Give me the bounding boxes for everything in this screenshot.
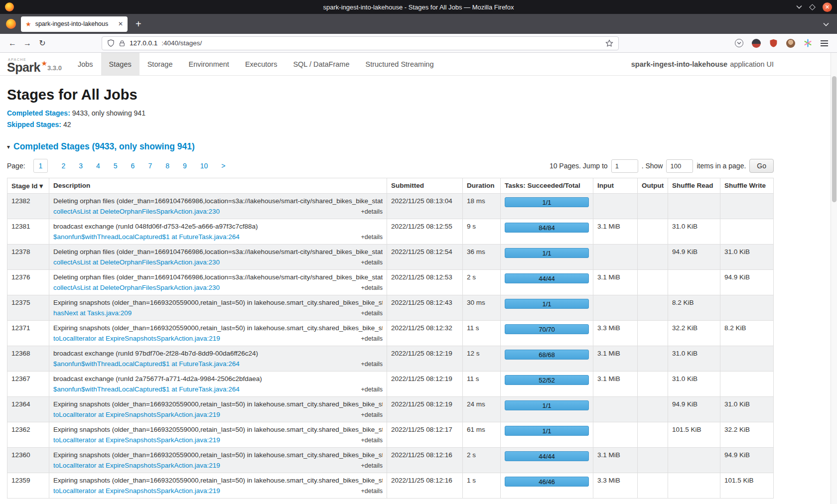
stage-link[interactable]: collectAsList at DeleteOrphanFilesSparkA… xyxy=(53,258,220,266)
window-close-button[interactable]: ✕ xyxy=(823,2,832,12)
shuffle-read-cell: 94.9 KiB xyxy=(668,245,720,270)
details-toggle[interactable]: +details xyxy=(361,284,383,291)
submitted-cell: 2022/11/25 08:12:19 xyxy=(387,397,463,422)
completed-stages-link[interactable]: Completed Stages: xyxy=(7,109,70,117)
shuffle-write-cell: 32.2 KiB xyxy=(720,422,774,448)
details-toggle[interactable]: +details xyxy=(361,437,383,444)
tasks-cell: 1/1 xyxy=(501,194,593,219)
details-toggle[interactable]: +details xyxy=(361,361,383,368)
window-minimize-icon[interactable] xyxy=(796,5,802,9)
details-toggle[interactable]: +details xyxy=(361,310,383,317)
stage-link[interactable]: toLocalIterator at ExpireSnapshotsSparkA… xyxy=(53,462,220,469)
items-text: items in a page. xyxy=(697,162,746,170)
column-header[interactable]: Duration xyxy=(463,178,501,194)
browser-tab[interactable]: ★ spark-ingest-into-lakehous ✕ xyxy=(21,16,128,32)
column-header[interactable]: Input xyxy=(593,178,638,194)
page-link[interactable]: 8 xyxy=(165,162,169,170)
details-toggle[interactable]: +details xyxy=(361,259,383,266)
forward-icon[interactable]: → xyxy=(20,39,35,48)
stage-link[interactable]: $anonfun$withThreadLocalCaptured$1 at Fu… xyxy=(53,233,240,241)
bookmark-star-icon[interactable] xyxy=(605,39,613,47)
page-link[interactable]: 7 xyxy=(148,162,152,170)
column-header[interactable]: Submitted xyxy=(387,178,463,194)
column-header[interactable]: Output xyxy=(638,178,668,194)
submitted-cell: 2022/11/25 08:12:54 xyxy=(387,245,463,270)
duration-cell: 11 s xyxy=(463,321,501,346)
tasks-cell: 44/44 xyxy=(501,270,593,295)
tasks-progress-bar: 46/46 xyxy=(505,477,589,487)
account-extension-icon[interactable] xyxy=(752,39,761,48)
details-toggle[interactable]: +details xyxy=(361,488,383,495)
go-button[interactable]: Go xyxy=(749,159,774,173)
duration-cell: 12 s xyxy=(463,346,501,372)
scrollbar-track[interactable] xyxy=(831,53,837,504)
details-toggle[interactable]: +details xyxy=(361,234,383,241)
url-bar[interactable]: 127.0.0.1:4040/stages/ xyxy=(102,36,619,50)
stage-link[interactable]: $anonfun$withThreadLocalCaptured$1 at Fu… xyxy=(53,360,240,368)
stage-link[interactable]: toLocalIterator at ExpireSnapshotsSparkA… xyxy=(53,487,220,495)
ublock-shield-icon[interactable] xyxy=(769,39,778,47)
page-link[interactable]: 10 xyxy=(200,162,208,170)
tab-close-icon[interactable]: ✕ xyxy=(118,20,123,27)
scrollbar-thumb[interactable] xyxy=(832,76,837,202)
stage-link[interactable]: hasNext at Tasks.java:209 xyxy=(53,309,132,317)
tasks-progress-label: 1/1 xyxy=(542,300,551,308)
page-link[interactable]: 6 xyxy=(131,162,135,170)
column-header[interactable]: Tasks: Succeeded/Total xyxy=(501,178,593,194)
page-link[interactable]: 2 xyxy=(61,162,65,170)
pocket-icon[interactable] xyxy=(735,39,743,47)
column-header[interactable]: Stage Id ▾ xyxy=(7,178,49,194)
menu-icon[interactable] xyxy=(821,40,828,46)
page-link[interactable]: 4 xyxy=(96,162,100,170)
avatar-extension-icon[interactable] xyxy=(786,39,795,48)
stage-link[interactable]: collectAsList at DeleteOrphanFilesSparkA… xyxy=(53,284,220,291)
page-link[interactable]: 3 xyxy=(79,162,83,170)
output-cell xyxy=(638,321,668,346)
nav-jobs[interactable]: Jobs xyxy=(70,53,101,75)
new-tab-button[interactable]: + xyxy=(133,19,144,29)
nav-structured-streaming[interactable]: Structured Streaming xyxy=(357,53,441,75)
input-cell xyxy=(593,245,638,270)
reload-icon[interactable]: ↻ xyxy=(35,38,50,48)
column-header[interactable]: Shuffle Write xyxy=(720,178,774,194)
details-toggle[interactable]: +details xyxy=(361,208,383,215)
page-link[interactable]: 5 xyxy=(114,162,118,170)
page-link[interactable]: > xyxy=(221,162,225,170)
list-tabs-chevron-icon[interactable] xyxy=(823,19,831,28)
column-header[interactable]: Description xyxy=(49,178,387,194)
show-count-input[interactable] xyxy=(666,159,693,173)
collapse-arrow-icon: ▾ xyxy=(7,143,10,150)
spark-logo[interactable]: APACHE Spark ★ 3.3.0 xyxy=(7,53,62,75)
completed-stages-section-toggle[interactable]: ▾ Completed Stages (9433, only showing 9… xyxy=(7,141,774,152)
stage-link[interactable]: toLocalIterator at ExpireSnapshotsSparkA… xyxy=(53,335,220,342)
firefox-view-icon[interactable] xyxy=(6,19,16,29)
details-toggle[interactable]: +details xyxy=(361,411,383,418)
tasks-progress-bar: 44/44 xyxy=(505,273,589,283)
nav-storage[interactable]: Storage xyxy=(140,53,181,75)
nav-stages[interactable]: Stages xyxy=(101,53,140,75)
nav-executors[interactable]: Executors xyxy=(237,53,285,75)
pagination-pages: 12345678910> xyxy=(33,159,226,173)
stage-link[interactable]: collectAsList at DeleteOrphanFilesSparkA… xyxy=(53,208,220,215)
window-maximize-icon[interactable] xyxy=(809,4,816,10)
skipped-stages-link[interactable]: Skipped Stages: xyxy=(7,121,61,128)
stage-link[interactable]: toLocalIterator at ExpireSnapshotsSparkA… xyxy=(53,411,220,418)
tasks-cell: 1/1 xyxy=(501,245,593,270)
stage-link[interactable]: toLocalIterator at ExpireSnapshotsSparkA… xyxy=(53,436,220,444)
column-header[interactable]: Shuffle Read xyxy=(668,178,720,194)
nav-environment[interactable]: Environment xyxy=(181,53,237,75)
details-toggle[interactable]: +details xyxy=(361,462,383,469)
page-link[interactable]: 1 xyxy=(33,159,48,173)
back-icon[interactable]: ← xyxy=(5,39,20,48)
nav-sql-dataframe[interactable]: SQL / DataFrame xyxy=(285,53,357,75)
description-cell: Expiring snapshots (older_than=166932055… xyxy=(49,321,387,346)
jump-to-input[interactable] xyxy=(611,159,638,173)
details-toggle[interactable]: +details xyxy=(361,335,383,342)
application-suffix: application UI xyxy=(730,60,774,68)
asterisk-extension-icon[interactable] xyxy=(804,39,812,47)
page-link[interactable]: 9 xyxy=(183,162,187,170)
lock-icon[interactable] xyxy=(119,40,126,47)
details-toggle[interactable]: +details xyxy=(361,386,383,393)
stage-link[interactable]: $anonfun$withThreadLocalCaptured$1 at Fu… xyxy=(53,385,240,393)
shield-icon[interactable] xyxy=(107,39,115,47)
